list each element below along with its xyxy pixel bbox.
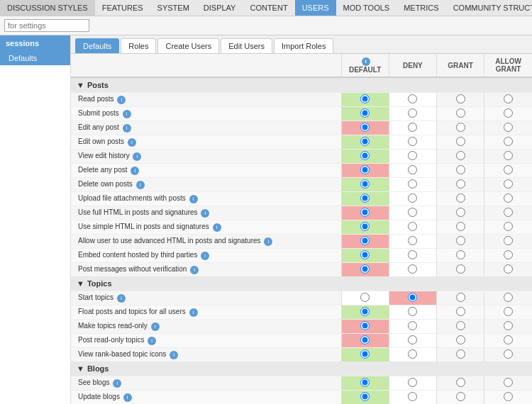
allow-grant-radio[interactable] bbox=[504, 293, 513, 302]
default-radio[interactable] bbox=[360, 293, 370, 302]
deny-cell[interactable] bbox=[389, 320, 436, 334]
default-radio[interactable] bbox=[360, 321, 370, 330]
allow-grant-radio[interactable] bbox=[504, 179, 513, 189]
default-cell[interactable] bbox=[341, 121, 389, 135]
allow-grant-radio[interactable] bbox=[504, 123, 513, 132]
allow-grant-cell[interactable] bbox=[484, 348, 532, 362]
grant-radio[interactable] bbox=[456, 250, 465, 259]
deny-cell[interactable] bbox=[389, 164, 436, 178]
deny-radio[interactable] bbox=[408, 250, 417, 259]
deny-radio[interactable] bbox=[408, 123, 417, 132]
grant-cell[interactable] bbox=[437, 164, 484, 178]
default-radio[interactable] bbox=[360, 222, 370, 231]
default-cell[interactable] bbox=[341, 305, 389, 320]
deny-cell[interactable] bbox=[389, 93, 436, 107]
deny-radio[interactable] bbox=[408, 293, 417, 302]
default-cell[interactable] bbox=[341, 192, 389, 206]
grant-cell[interactable] bbox=[437, 348, 484, 362]
grant-cell[interactable] bbox=[437, 249, 484, 263]
grant-cell[interactable] bbox=[437, 150, 484, 164]
grant-cell[interactable] bbox=[437, 192, 484, 206]
default-radio[interactable] bbox=[360, 349, 370, 359]
default-radio[interactable] bbox=[360, 307, 370, 316]
grant-cell[interactable] bbox=[437, 206, 484, 220]
deny-cell[interactable] bbox=[389, 220, 436, 235]
allow-grant-cell[interactable] bbox=[484, 206, 532, 220]
grant-cell[interactable] bbox=[437, 93, 484, 107]
default-radio[interactable] bbox=[360, 250, 370, 259]
nav-community-structure[interactable]: COMMUNITY STRUCTURE bbox=[446, 0, 532, 16]
allow-grant-cell[interactable] bbox=[484, 263, 532, 277]
default-radio[interactable] bbox=[360, 335, 370, 344]
deny-radio[interactable] bbox=[408, 236, 417, 245]
deny-cell[interactable] bbox=[389, 376, 436, 391]
allow-grant-radio[interactable] bbox=[504, 151, 513, 160]
allow-grant-cell[interactable] bbox=[484, 178, 532, 192]
allow-grant-radio[interactable] bbox=[504, 378, 513, 387]
grant-cell[interactable] bbox=[437, 263, 484, 277]
deny-radio[interactable] bbox=[408, 108, 417, 118]
grant-cell[interactable] bbox=[437, 178, 484, 192]
sidebar-item-defaults[interactable]: Defaults bbox=[0, 51, 70, 65]
grant-radio[interactable] bbox=[456, 264, 465, 274]
allow-grant-radio[interactable] bbox=[504, 208, 513, 217]
default-radio[interactable] bbox=[360, 193, 370, 203]
default-cell[interactable] bbox=[341, 93, 389, 107]
deny-cell[interactable] bbox=[389, 235, 436, 249]
deny-cell[interactable] bbox=[389, 249, 436, 263]
deny-radio[interactable] bbox=[408, 392, 417, 401]
grant-radio[interactable] bbox=[456, 335, 465, 344]
allow-grant-cell[interactable] bbox=[484, 220, 532, 235]
grant-radio[interactable] bbox=[456, 108, 465, 118]
allow-grant-cell[interactable] bbox=[484, 291, 532, 305]
grant-radio[interactable] bbox=[456, 222, 465, 231]
default-radio[interactable] bbox=[360, 94, 370, 103]
deny-cell[interactable] bbox=[389, 150, 436, 164]
grant-radio[interactable] bbox=[456, 392, 465, 401]
deny-radio[interactable] bbox=[408, 94, 417, 103]
allow-grant-radio[interactable] bbox=[504, 349, 513, 359]
deny-cell[interactable] bbox=[389, 192, 436, 206]
allow-grant-cell[interactable] bbox=[484, 192, 532, 206]
grant-radio[interactable] bbox=[456, 208, 465, 217]
deny-cell[interactable] bbox=[389, 121, 436, 135]
grant-cell[interactable] bbox=[437, 220, 484, 235]
deny-cell[interactable] bbox=[389, 107, 436, 121]
deny-radio[interactable] bbox=[408, 335, 417, 344]
grant-cell[interactable] bbox=[437, 320, 484, 334]
allow-grant-radio[interactable] bbox=[504, 307, 513, 316]
grant-radio[interactable] bbox=[456, 123, 465, 132]
tab-edit-users[interactable]: Edit Users bbox=[221, 38, 272, 53]
grant-cell[interactable] bbox=[437, 107, 484, 121]
grant-cell[interactable] bbox=[437, 135, 484, 150]
nav-content[interactable]: CONTENT bbox=[243, 0, 294, 16]
grant-radio[interactable] bbox=[456, 236, 465, 245]
allow-grant-cell[interactable] bbox=[484, 135, 532, 150]
default-radio[interactable] bbox=[360, 108, 370, 118]
deny-radio[interactable] bbox=[408, 378, 417, 387]
nav-features[interactable]: FEATURES bbox=[95, 0, 150, 16]
grant-cell[interactable] bbox=[437, 121, 484, 135]
deny-radio[interactable] bbox=[408, 264, 417, 274]
default-cell[interactable] bbox=[341, 291, 389, 305]
default-cell[interactable] bbox=[341, 150, 389, 164]
tab-defaults[interactable]: Defaults bbox=[75, 38, 119, 53]
deny-radio[interactable] bbox=[408, 151, 417, 160]
nav-mod-tools[interactable]: MOD TOOLS bbox=[336, 0, 397, 16]
allow-grant-cell[interactable] bbox=[484, 93, 532, 107]
default-cell[interactable] bbox=[341, 391, 389, 405]
allow-grant-cell[interactable] bbox=[484, 107, 532, 121]
allow-grant-radio[interactable] bbox=[504, 321, 513, 330]
grant-radio[interactable] bbox=[456, 94, 465, 103]
allow-grant-cell[interactable] bbox=[484, 391, 532, 405]
deny-radio[interactable] bbox=[408, 165, 417, 174]
allow-grant-cell[interactable] bbox=[484, 121, 532, 135]
deny-radio[interactable] bbox=[408, 137, 417, 146]
default-cell[interactable] bbox=[341, 107, 389, 121]
deny-cell[interactable] bbox=[389, 291, 436, 305]
grant-radio[interactable] bbox=[456, 349, 465, 359]
grant-cell[interactable] bbox=[437, 334, 484, 348]
allow-grant-radio[interactable] bbox=[504, 335, 513, 344]
allow-grant-cell[interactable] bbox=[484, 150, 532, 164]
allow-grant-cell[interactable] bbox=[484, 164, 532, 178]
